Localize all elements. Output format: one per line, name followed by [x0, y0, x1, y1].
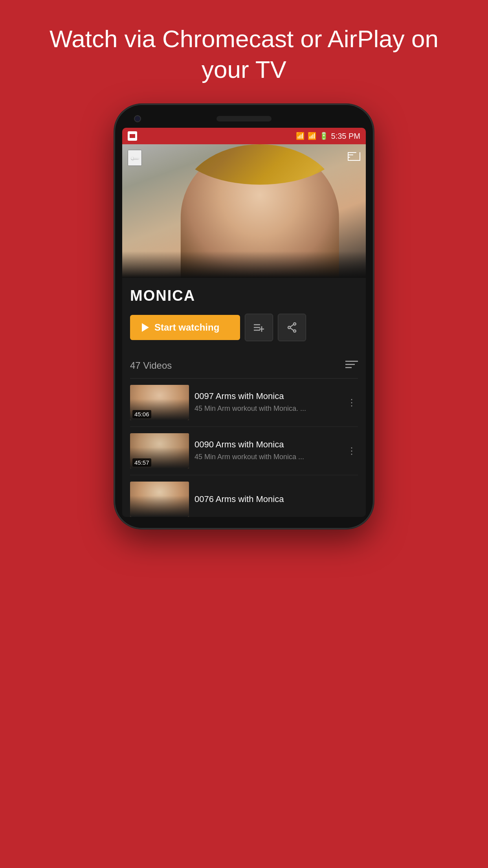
hero-image: ←	[122, 144, 366, 278]
svg-point-13	[288, 326, 290, 329]
svg-rect-4	[360, 152, 360, 161]
phone-body: 📶 📶 🔋 5:35 PM ←	[114, 104, 374, 529]
sort-button[interactable]	[345, 359, 358, 372]
phone-bezel-top	[122, 116, 366, 121]
video-info: 0090 Arms with Monica 45 Min Arm workout…	[194, 440, 340, 462]
status-bar-right: 📶 📶 🔋 5:35 PM	[296, 132, 360, 141]
start-watching-label: Start watching	[154, 322, 219, 333]
videos-count: 47 Videos	[130, 360, 172, 371]
signal-icon: 📶	[308, 132, 316, 140]
start-watching-button[interactable]: Start watching	[130, 315, 240, 340]
svg-line-15	[290, 328, 294, 331]
back-button[interactable]: ←	[128, 150, 142, 166]
video-info: 0097 Arms with Monica 45 Min Arm workout…	[194, 391, 340, 414]
svg-rect-5	[348, 160, 360, 161]
content-area: MONICA Start watching	[122, 278, 366, 517]
video-list: 45:06 0097 Arms with Monica 45 Min Arm w…	[130, 379, 358, 517]
play-icon	[142, 323, 149, 332]
wifi-icon: 📶	[296, 132, 305, 140]
video-title: 0076 Arms with Monica	[194, 494, 358, 504]
video-description: 45 Min Arm workout with Monica. ...	[194, 404, 340, 414]
phone-mockup: 📶 📶 🔋 5:35 PM ←	[0, 104, 488, 529]
svg-line-14	[290, 325, 294, 327]
status-bar-left	[128, 131, 137, 141]
video-thumbnail: 45:57	[130, 433, 189, 469]
phone-speaker	[216, 116, 272, 121]
phone-screen: 📶 📶 🔋 5:35 PM ←	[122, 128, 366, 517]
video-description: 45 Min Arm workout with Monica ...	[194, 452, 340, 462]
svg-rect-3	[348, 152, 349, 161]
status-bar: 📶 📶 🔋 5:35 PM	[122, 128, 366, 144]
video-item[interactable]: 45:57 0090 Arms with Monica 45 Min Arm w…	[130, 427, 358, 475]
video-item-partial[interactable]: 0076 Arms with Monica	[130, 475, 358, 517]
video-info: 0076 Arms with Monica	[194, 494, 358, 504]
action-buttons: Start watching	[130, 314, 358, 341]
video-more-button[interactable]	[345, 442, 358, 460]
app-icon	[128, 131, 137, 141]
videos-header: 47 Videos	[130, 353, 358, 379]
video-thumbnail: 45:06	[130, 385, 189, 420]
promo-headline: Watch via Chromecast or AirPlay on your …	[0, 0, 488, 100]
svg-rect-2	[348, 152, 356, 153]
video-duration: 45:57	[132, 458, 151, 467]
video-title: 0090 Arms with Monica	[194, 440, 340, 450]
add-to-list-button[interactable]	[245, 314, 273, 341]
svg-point-12	[294, 330, 296, 332]
video-thumbnail	[130, 482, 189, 517]
video-title: 0097 Arms with Monica	[194, 391, 340, 401]
status-time: 5:35 PM	[331, 132, 360, 141]
cast-button[interactable]	[348, 150, 360, 164]
svg-rect-1	[348, 154, 353, 155]
video-more-button[interactable]	[345, 394, 358, 411]
video-item[interactable]: 45:06 0097 Arms with Monica 45 Min Arm w…	[130, 379, 358, 427]
battery-icon: 🔋	[319, 132, 328, 140]
share-button[interactable]	[278, 314, 306, 341]
video-duration: 45:06	[132, 410, 151, 418]
trainer-name: MONICA	[130, 287, 358, 304]
svg-point-11	[294, 323, 296, 325]
phone-camera	[134, 115, 141, 122]
